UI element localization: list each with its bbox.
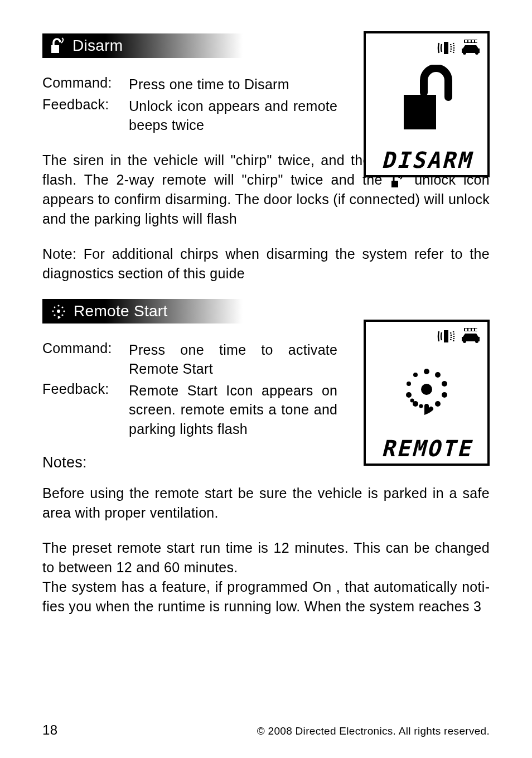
feedback-label: Feedback: xyxy=(42,96,129,135)
feedback-label: Feedback: xyxy=(42,381,129,439)
svg-point-18 xyxy=(435,401,441,407)
svg-rect-26 xyxy=(391,181,398,187)
remote-body-3: The system has a feature, if programmed … xyxy=(42,577,490,616)
remote-start-icon xyxy=(399,361,454,417)
remote-body-2: The preset remote start run time is 12 m… xyxy=(42,538,490,577)
svg-rect-5 xyxy=(475,40,477,42)
command-value: Press one time to activate Remote Start xyxy=(129,340,337,379)
feedback-value: Remote Start Icon appears on screen. rem… xyxy=(129,381,337,439)
svg-rect-0 xyxy=(444,42,448,54)
svg-point-27 xyxy=(57,310,60,313)
unlock-icon xyxy=(50,37,66,54)
section-header-disarm: Disarm xyxy=(42,33,328,58)
svg-point-16 xyxy=(442,381,447,387)
svg-point-31 xyxy=(61,314,63,316)
svg-rect-2 xyxy=(465,40,467,42)
lcd-center-icon xyxy=(369,58,484,144)
section-header-remote: Remote Start xyxy=(42,299,328,324)
svg-point-30 xyxy=(63,310,65,312)
svg-point-17 xyxy=(442,392,447,398)
remote-body-1: Before using the remote start be sure th… xyxy=(42,484,490,523)
disarm-note-text: Note: For additional chirps when disarmi… xyxy=(42,244,490,283)
svg-rect-11 xyxy=(472,329,474,331)
svg-point-24 xyxy=(419,404,423,408)
svg-rect-10 xyxy=(468,329,471,331)
signal-tower-icon xyxy=(437,40,456,56)
command-value: Press one time to Disarm xyxy=(129,75,337,94)
command-label: Command: xyxy=(42,340,129,379)
svg-point-21 xyxy=(407,382,411,386)
svg-rect-4 xyxy=(472,40,474,42)
lcd-screen-disarm: DISARM xyxy=(364,31,490,177)
svg-point-29 xyxy=(61,306,63,308)
svg-point-13 xyxy=(421,384,432,395)
section-title: Disarm xyxy=(72,37,123,55)
svg-point-32 xyxy=(54,314,55,316)
command-label: Command: xyxy=(42,75,129,94)
section-title: Remote Start xyxy=(74,302,168,320)
lcd-status-icons xyxy=(369,38,484,58)
unlock-padlock-icon xyxy=(396,65,457,137)
svg-rect-12 xyxy=(475,329,477,331)
disarm-command-block: Command: Press one time to Disarm Feedba… xyxy=(42,75,337,135)
lcd-center-icon xyxy=(369,346,484,432)
lcd-status-icons xyxy=(369,326,484,346)
svg-point-23 xyxy=(410,399,414,403)
lcd-text-remote: REMOTE xyxy=(369,436,484,461)
battery-car-icon xyxy=(460,40,482,56)
svg-point-22 xyxy=(413,373,418,377)
copyright-text: © 2008 Directed Electronics. All rights … xyxy=(257,725,490,737)
signal-tower-icon xyxy=(437,328,456,345)
svg-point-20 xyxy=(406,392,412,398)
battery-car-icon xyxy=(460,328,482,345)
svg-rect-25 xyxy=(51,45,59,53)
svg-point-28 xyxy=(57,305,59,306)
lcd-screen-remote: REMOTE xyxy=(364,320,490,466)
svg-point-19 xyxy=(413,401,418,407)
svg-point-34 xyxy=(54,306,56,308)
page-footer: 18 © 2008 Directed Electronics. All righ… xyxy=(42,722,490,738)
svg-rect-6 xyxy=(404,95,436,129)
svg-point-15 xyxy=(435,372,441,378)
remote-command-block: Command: Press one time to activate Remo… xyxy=(42,340,337,439)
svg-rect-3 xyxy=(468,40,471,42)
svg-rect-9 xyxy=(465,329,467,331)
svg-rect-7 xyxy=(444,330,448,342)
remote-start-icon xyxy=(50,303,67,320)
page-number: 18 xyxy=(42,722,57,738)
lcd-text-disarm: DISARM xyxy=(369,147,484,173)
feedback-value: Unlock icon appears and remote beeps twi… xyxy=(129,96,337,135)
svg-point-33 xyxy=(52,310,54,312)
svg-point-14 xyxy=(424,369,429,374)
